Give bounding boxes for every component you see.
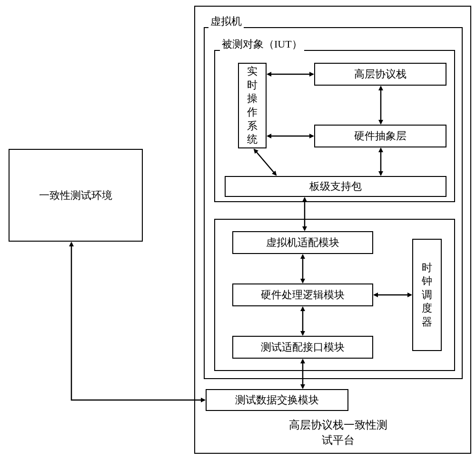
conformance-test-env-box: 一致性测试环境 bbox=[9, 149, 143, 242]
vm-adapter-box: 虚拟机适配模块 bbox=[232, 231, 373, 254]
conformance-test-env-label: 一致性测试环境 bbox=[39, 188, 112, 203]
clock-label: 时 钟 调 度 器 bbox=[422, 261, 432, 329]
bsp-label: 板级支持包 bbox=[309, 179, 362, 194]
upper-stack-label: 高层协议栈 bbox=[354, 67, 407, 81]
vm-adapter-label: 虚拟机适配模块 bbox=[266, 235, 339, 250]
upper-stack-box: 高层协议栈 bbox=[314, 63, 446, 86]
platform-title: 高层协议栈一致性测 试平台 bbox=[267, 418, 409, 448]
test-adapter-label: 测试适配接口模块 bbox=[261, 340, 345, 354]
rtos-box: 实 时 操 作 系 统 bbox=[238, 63, 267, 148]
test-adapter-box: 测试适配接口模块 bbox=[232, 336, 373, 359]
hal-label: 硬件抽象层 bbox=[354, 129, 407, 143]
hw-logic-label: 硬件处理逻辑模块 bbox=[261, 288, 345, 302]
data-exchange-box: 测试数据交换模块 bbox=[206, 389, 348, 411]
hw-logic-box: 硬件处理逻辑模块 bbox=[232, 283, 373, 306]
clock-box: 时 钟 调 度 器 bbox=[412, 239, 442, 351]
rtos-label: 实 时 操 作 系 统 bbox=[247, 65, 258, 146]
vm-label: 虚拟机 bbox=[208, 14, 244, 29]
bsp-box: 板级支持包 bbox=[225, 176, 446, 197]
hal-box: 硬件抽象层 bbox=[314, 125, 446, 147]
iut-label: 被测对象（IUT） bbox=[220, 37, 304, 51]
data-exchange-label: 测试数据交换模块 bbox=[235, 393, 319, 407]
